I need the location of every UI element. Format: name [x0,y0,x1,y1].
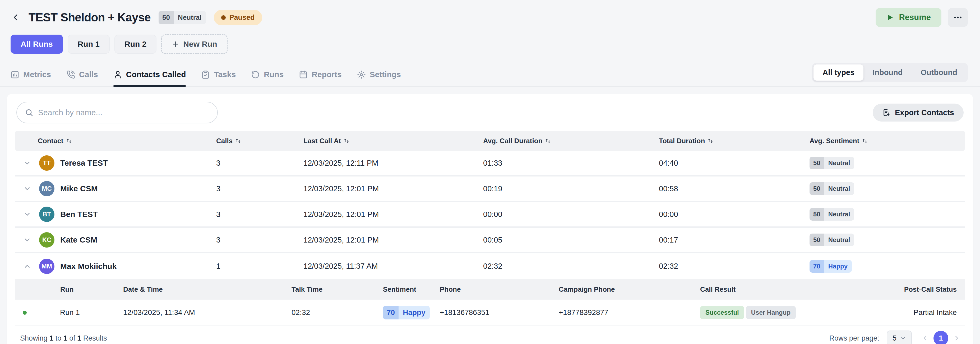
column-header-avg-call-duration[interactable]: Avg. Call Duration [483,137,659,145]
page-number-button[interactable]: 1 [934,331,948,344]
calls-count: 3 [216,236,304,244]
results-summary: Showing 1 to 1 of 1 Results [20,334,107,342]
call-status-dot-icon [23,311,27,315]
column-header-total-duration[interactable]: Total Duration [659,137,810,145]
sort-icon[interactable] [344,138,349,144]
sort-icon[interactable] [66,138,72,144]
bar-chart-icon [11,70,19,79]
app-window: TEST Sheldon + Kayse 50 Neutral Paused R… [0,0,980,344]
expand-row-button[interactable] [23,236,36,244]
total-duration: 00:17 [659,236,810,244]
avatar: KC [39,232,54,247]
tab-calls[interactable]: Calls [66,70,98,86]
total-duration: 00:00 [659,210,810,219]
column-header-last-call-at[interactable]: Last Call At [304,137,483,145]
collapse-row-button[interactable] [23,262,36,270]
sentiment-label: Neutral [173,11,206,24]
expand-row-button[interactable] [23,185,36,193]
nav-tab-bar: Metrics Calls Contacts Called Tasks [0,63,980,87]
gear-icon [357,70,366,79]
sentiment-badge: 50Neutral [810,182,854,195]
export-contacts-button[interactable]: Export Contacts [873,103,964,122]
top-bar: TEST Sheldon + Kayse 50 Neutral Paused R… [0,0,980,27]
tab-runs[interactable]: Runs [251,70,283,86]
contact-name: Mike CSM [60,184,98,193]
filter-all-types[interactable]: All types [813,65,864,81]
more-actions-button[interactable] [948,8,968,27]
new-run-button[interactable]: New Run [161,34,227,54]
run-label: Run 1 [60,308,80,317]
sentiment-badge: 70Happy [810,260,852,273]
filter-outbound[interactable]: Outbound [912,65,966,81]
sentiment-badge: 50Neutral [810,208,854,220]
calls-count: 3 [216,159,304,168]
table-row[interactable]: TT Teresa TEST 3 12/03/2025, 12:11 PM 01… [15,151,965,176]
column-header-phone: Phone [440,285,559,293]
next-page-button[interactable] [951,332,963,344]
run-tab-all-runs[interactable]: All Runs [11,35,63,54]
sort-icon[interactable] [862,138,868,144]
back-button[interactable] [11,13,21,22]
calendar-icon [299,70,308,79]
sort-icon[interactable] [235,138,241,144]
table-toolbar: Export Contacts [15,102,965,131]
avg-call-duration: 02:32 [483,262,659,271]
tab-tasks[interactable]: Tasks [201,70,236,86]
user-icon [113,70,122,79]
tab-metrics[interactable]: Metrics [11,70,51,86]
rows-per-page-select[interactable]: 5 [887,331,912,344]
hangup-reason-badge: User Hangup [746,306,796,319]
table-row[interactable]: BT Ben TEST 3 12/03/2025, 12:01 PM 00:00… [15,202,965,228]
status-badge: Paused [214,10,262,25]
column-header-contact[interactable]: Contact [15,137,216,145]
column-header-sentiment: Sentiment [383,285,440,293]
sort-icon[interactable] [708,138,713,144]
last-call-at: 12/03/2025, 12:11 PM [304,159,483,168]
rows-per-page-label: Rows per page: [829,334,879,342]
table-header: Contact Calls Last Call At Avg. Call Dur… [15,131,965,151]
run-tab-run-1[interactable]: Run 1 [68,35,110,54]
filter-inbound[interactable]: Inbound [864,65,912,81]
chevron-down-icon [23,236,31,244]
total-duration: 02:32 [659,262,810,271]
run-tab-run-2[interactable]: Run 2 [115,35,156,54]
avatar: BT [39,207,54,222]
search-box[interactable] [16,102,218,124]
column-header-calls[interactable]: Calls [216,137,304,145]
column-header-campaign-phone: Campaign Phone [559,285,700,293]
tab-contacts-called[interactable]: Contacts Called [113,70,186,86]
previous-page-button[interactable] [919,332,931,344]
avg-call-duration: 00:00 [483,210,659,219]
campaign-phone: +18778392877 [559,308,700,317]
page-title: TEST Sheldon + Kayse [29,11,151,24]
table-footer: Showing 1 to 1 of 1 Results Rows per pag… [15,326,965,344]
avg-call-duration: 01:33 [483,159,659,168]
avatar: TT [39,155,54,171]
clipboard-check-icon [201,70,210,79]
pagination: 1 [919,331,963,344]
table-row[interactable]: MM Max Mokiichuk 1 12/03/2025, 11:37 AM … [15,254,965,279]
resume-button[interactable]: Resume [876,8,942,27]
calls-count: 1 [216,262,304,271]
table-row[interactable]: MC Mike CSM 3 12/03/2025, 12:01 PM 00:19… [15,176,965,202]
call-date-time: 12/03/2025, 11:34 AM [123,308,291,317]
total-duration: 04:40 [659,159,810,168]
contacts-called-panel: Export Contacts Contact Calls Last Call … [7,94,973,344]
sort-icon[interactable] [545,138,551,144]
call-detail-row[interactable]: Run 1 12/03/2025, 11:34 AM 02:32 70Happy… [15,300,965,326]
expand-row-button[interactable] [23,210,36,218]
expand-row-button[interactable] [23,159,36,167]
contact-name: Teresa TEST [60,159,108,168]
search-input[interactable] [38,108,209,117]
column-header-avg-sentiment[interactable]: Avg. Sentiment [810,137,965,145]
chevron-down-icon [23,210,31,218]
tab-reports[interactable]: Reports [299,70,342,86]
plus-icon [172,40,180,48]
chevron-up-icon [23,262,31,270]
contact-name: Max Mokiichuk [60,262,116,271]
last-call-at: 12/03/2025, 12:01 PM [304,184,483,193]
avg-call-duration: 00:19 [483,184,659,193]
sentiment-badge: 50Neutral [810,233,854,246]
tab-settings[interactable]: Settings [357,70,401,86]
table-row[interactable]: KC Kate CSM 3 12/03/2025, 12:01 PM 00:05… [15,228,965,254]
